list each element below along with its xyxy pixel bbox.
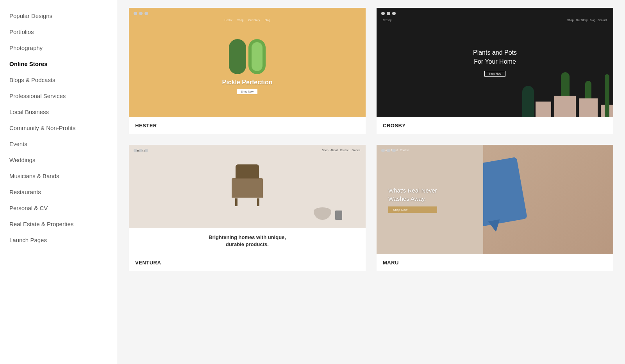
dot-1 [134,12,137,15]
crosby-preview: Crosby Shop Our Story Blog Contact Plant… [377,8,613,117]
hester-nav-story: Our Story [248,19,260,21]
window-chrome-maru [381,149,396,152]
crosby-plants [522,86,613,117]
sidebar-item-restaurants[interactable]: Restaurants [0,184,117,200]
dot-3 [145,12,148,15]
dot-3 [392,149,396,152]
dot-2 [139,12,143,15]
maru-text-overlay: What's Real Never Washes Away. Shop Now [388,186,437,213]
dot-2 [387,12,390,15]
hester-logo: Hestor [225,19,233,21]
maru-shop-button: Shop Now [388,207,437,213]
maru-hand-background [483,145,613,254]
window-chrome-crosby [381,12,396,15]
ventura-nav-links: Shop About Contact Stories [322,149,360,152]
template-card-ventura[interactable]: Ventura Shop About Contact Stories [129,145,366,271]
maru-template-name: MARU [377,254,613,271]
sidebar-item-portfolios[interactable]: Portfolios [0,24,117,40]
ventura-image-area: Ventura Shop About Contact Stories [129,145,366,228]
whole-pickle [229,39,246,74]
dot-2 [387,149,390,152]
template-card-crosby[interactable]: Crosby Shop Our Story Blog Contact Plant… [377,8,613,134]
ventura-template-name: VENTURA [129,254,366,271]
ventura-tagline-text: Brightening homes with unique,durable pr… [135,234,359,248]
pot-small [536,102,551,117]
crosby-shop-button: Shop Now [484,71,505,77]
maru-preview: Shop About Contact Maru What's Real N [377,145,613,254]
ventura-tagline-area: Brightening homes with unique,durable pr… [129,228,366,254]
pickle-image [229,39,266,74]
template-card-maru[interactable]: Shop About Contact Maru What's Real N [377,145,613,271]
ventura-nav: Ventura Shop About Contact Stories [129,149,366,152]
hester-shop-button: Shop Now [237,89,257,94]
sidebar-item-photography[interactable]: Photography [0,40,117,56]
crosby-nav-links: Shop Our Story Blog Contact [567,19,607,21]
sidebar-item-weddings[interactable]: Weddings [0,152,117,168]
template-card-hester[interactable]: Hestor Shop Our Story Blog Pickle Perfec… [129,8,366,134]
crosby-headline: Plants and Pots For Your Home Shop Now [473,48,517,77]
ventura-preview: Ventura Shop About Contact Stories [129,145,366,254]
sidebar-item-personal-cv[interactable]: Personal & CV [0,200,117,216]
template-grid: Hestor Shop Our Story Blog Pickle Perfec… [129,8,613,271]
dot-1 [381,149,385,152]
window-chrome-ventura [134,149,148,152]
window-chrome-hester [134,12,148,15]
crosby-nav: Crosby Shop Our Story Blog Contact [377,19,613,21]
sidebar-item-blogs-podcasts[interactable]: Blogs & Podcasts [0,72,117,88]
sidebar-item-real-estate[interactable]: Real Estate & Properties [0,216,117,232]
hester-headline: Pickle Perfection [222,79,273,86]
hester-nav: Hestor Shop Our Story Blog [129,19,366,21]
crosby-template-name: CROSBY [377,117,613,134]
sidebar-item-online-stores[interactable]: Online Stores [0,56,117,72]
sidebar-item-local-business[interactable]: Local Business [0,104,117,120]
sidebar: Popular Designs Portfolios Photography O… [0,0,117,364]
dot-1 [134,149,137,152]
maru-headline: What's Real Never Washes Away. [388,186,437,203]
dot-1 [381,12,385,15]
pot-medium [554,96,576,117]
sidebar-item-professional-services[interactable]: Professional Services [0,88,117,104]
hester-nav-blog: Blog [264,19,270,21]
main-content: Hestor Shop Our Story Blog Pickle Perfec… [117,0,625,364]
hester-nav-shop: Shop [237,19,243,21]
crosby-headline-text: Plants and Pots For Your Home [473,48,517,66]
dot-3 [392,12,396,15]
sidebar-item-popular-designs[interactable]: Popular Designs [0,8,117,24]
sliced-pickle [248,39,266,74]
ventura-items [314,207,342,220]
crosby-logo: Crosby [383,19,391,21]
hester-template-name: HESTER [129,117,366,134]
sidebar-item-community-nonprofits[interactable]: Community & Non-Profits [0,120,117,136]
sidebar-item-events[interactable]: Events [0,136,117,152]
dot-2 [139,149,143,152]
sidebar-item-musicians-bands[interactable]: Musicians & Bands [0,168,117,184]
sidebar-item-launch-pages[interactable]: Launch Pages [0,232,117,248]
hester-preview: Hestor Shop Our Story Blog Pickle Perfec… [129,8,366,117]
dot-3 [145,149,148,152]
ventura-chair [232,178,263,206]
pot-large [579,98,598,117]
